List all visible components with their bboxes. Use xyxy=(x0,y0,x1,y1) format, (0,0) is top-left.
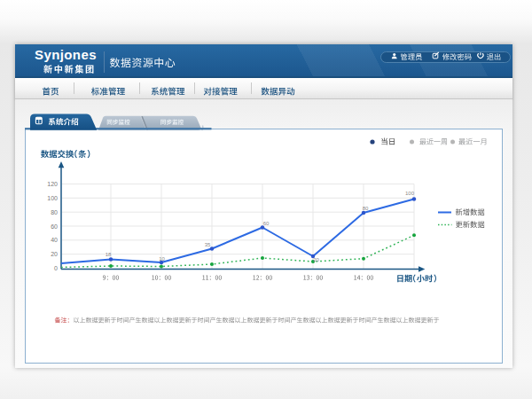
svg-text:120: 120 xyxy=(47,181,58,187)
svg-text:60: 60 xyxy=(263,221,270,226)
svg-text:35: 35 xyxy=(205,242,211,247)
svg-text:60: 60 xyxy=(51,223,58,230)
svg-text:20: 20 xyxy=(51,251,58,257)
svg-text:18: 18 xyxy=(106,252,112,257)
svg-text:40: 40 xyxy=(51,237,58,243)
svg-text:10: 10 xyxy=(159,256,165,262)
svg-text:20: 20 xyxy=(313,257,319,262)
svg-text:0: 0 xyxy=(54,265,58,271)
svg-text:100: 100 xyxy=(405,191,415,196)
svg-text:80: 80 xyxy=(363,206,369,211)
svg-text:80: 80 xyxy=(51,209,58,215)
svg-text:100: 100 xyxy=(47,195,58,201)
